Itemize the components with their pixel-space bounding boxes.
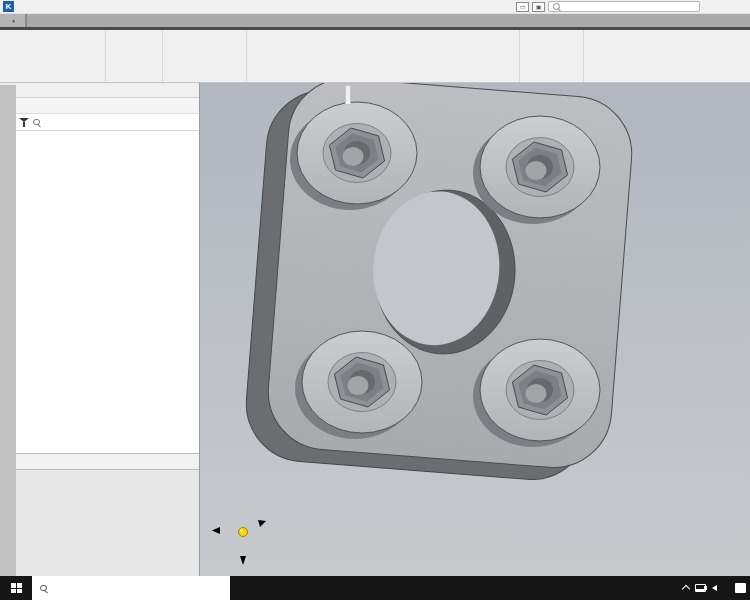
system-group — [106, 30, 163, 82]
windows-logo-icon — [11, 583, 22, 593]
filter-icon[interactable] — [19, 117, 29, 127]
menu-bar: K ▭ ▣ — [0, 0, 750, 14]
viewport-toolbar — [345, 85, 351, 105]
tree-search-input[interactable] — [44, 118, 196, 127]
body-elements-group — [247, 30, 520, 82]
chevron-down-icon: ▾ — [12, 18, 15, 24]
system-tray — [683, 583, 750, 593]
screen-capture-icon[interactable]: ▣ — [532, 2, 545, 12]
side-panel-strip — [0, 83, 16, 576]
body-group-label — [247, 75, 519, 81]
sketch-group-label — [163, 75, 246, 81]
tree-items — [16, 131, 199, 453]
modes-marker-icon — [2, 31, 103, 38]
layout-toggle-icon[interactable]: ▭ — [516, 2, 529, 12]
ribbon-toolbar — [0, 30, 750, 83]
start-button[interactable] — [0, 576, 32, 600]
search-icon — [552, 2, 561, 11]
home-tab-button[interactable]: ▾ — [0, 14, 26, 27]
taskbar-search[interactable] — [32, 576, 230, 600]
kompas-logo-icon: K — [3, 1, 14, 12]
mode-group — [0, 30, 106, 82]
search-icon — [32, 118, 41, 127]
tree-panel-footer — [16, 453, 199, 470]
tabbar-separator — [0, 27, 750, 30]
speaker-icon[interactable] — [712, 585, 717, 591]
command-search-input[interactable] — [564, 3, 696, 10]
tree-panel-header — [16, 83, 199, 98]
tabbar-filler — [26, 14, 750, 27]
3d-model-canvas — [200, 83, 750, 576]
menubar-right: ▭ ▣ — [516, 1, 750, 12]
tree-search[interactable] — [16, 114, 199, 131]
frame-elements-group — [520, 30, 584, 82]
tray-expand-icon[interactable] — [682, 585, 690, 593]
frame-group-label — [520, 75, 583, 81]
model-tree-panel — [16, 83, 200, 576]
coordinate-triad — [212, 520, 266, 565]
tree-toolbar — [16, 98, 199, 114]
search-icon — [39, 584, 48, 593]
document-tab-bar: ▾ — [0, 14, 750, 27]
sketch-group — [163, 30, 247, 82]
3d-viewport[interactable] — [200, 83, 750, 576]
windows-taskbar — [0, 576, 750, 600]
command-search[interactable] — [548, 1, 700, 12]
notifications-icon[interactable] — [735, 583, 746, 593]
